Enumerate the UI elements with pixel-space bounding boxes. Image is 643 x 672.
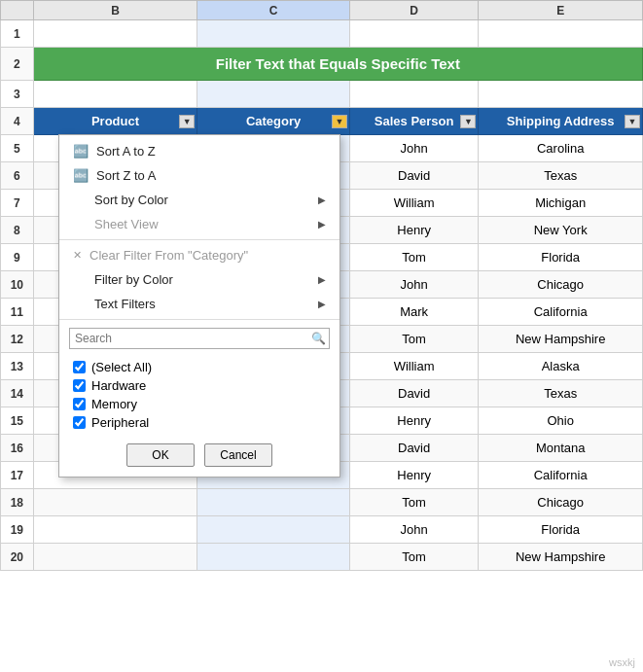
col-header-a [1, 1, 34, 20]
search-input[interactable] [69, 328, 330, 349]
cell-e18: Chicago [479, 489, 643, 516]
cell-e5: Carolina [479, 135, 643, 162]
text-filters-label: Text Filters [94, 297, 156, 311]
table-row: 19 John Florida [1, 516, 643, 544]
cell-d7: William [349, 190, 478, 217]
menu-sort-az[interactable]: 🔤 Sort A to Z [59, 139, 339, 163]
cell-c18 [197, 489, 350, 516]
header-shipping[interactable]: Shipping Address ▼ [479, 108, 643, 135]
filter-btn-shipping[interactable]: ▼ [625, 115, 640, 128]
row-3: 3 [1, 81, 643, 108]
col-header-d: D [349, 1, 478, 20]
menu-sort-za[interactable]: 🔤 Sort Z to A [59, 163, 339, 188]
arrow-icon-4: ▶ [318, 299, 326, 309]
search-wrap: 🔍 [69, 328, 330, 349]
sheet-view-label: Sheet View [94, 217, 159, 231]
row-num: 18 [1, 489, 34, 516]
cell-d3 [349, 81, 478, 108]
category-label: Category [246, 114, 301, 128]
cell-e7: Michigan [479, 190, 643, 217]
checkbox-input-memory[interactable] [73, 398, 86, 410]
cell-e14: Texas [479, 380, 643, 407]
checkbox-hardware[interactable]: Hardware [73, 376, 326, 395]
col-header-b: B [33, 1, 197, 20]
cell-d19: John [349, 516, 478, 544]
menu-sort-color[interactable]: Sort by Color ▶ [59, 188, 339, 212]
row-num-2: 2 [1, 48, 34, 81]
button-row: OK Cancel [59, 436, 339, 473]
cell-c3 [197, 81, 350, 108]
row-num: 7 [1, 190, 34, 217]
cell-d13: William [349, 353, 478, 380]
spreadsheet: B C D E 1 2 Filter Text that Equals Spec… [0, 0, 643, 672]
row-num: 9 [1, 244, 34, 271]
checkbox-label-select-all: (Select All) [91, 360, 152, 374]
product-label: Product [91, 114, 139, 128]
menu-filter-color[interactable]: Filter by Color ▶ [59, 267, 339, 292]
cell-e12: New Hampshire [479, 326, 643, 353]
cell-d1 [349, 20, 478, 48]
cell-e19: Florida [479, 516, 643, 544]
checkbox-memory[interactable]: Memory [73, 395, 326, 413]
checkbox-label-memory: Memory [91, 397, 137, 411]
search-icon: 🔍 [311, 332, 326, 345]
watermark: wsxkj [609, 656, 635, 668]
cell-d20: Tom [349, 544, 478, 571]
row-num: 10 [1, 271, 34, 299]
menu-text-filters[interactable]: Text Filters ▶ [59, 292, 339, 316]
checkbox-input-select-all[interactable] [73, 361, 86, 373]
cell-d14: David [349, 380, 478, 407]
cell-d11: Mark [349, 299, 478, 326]
header-category[interactable]: Category ▼ [197, 108, 350, 135]
checkbox-input-hardware[interactable] [73, 379, 86, 392]
sort-za-icon: 🔤 [73, 168, 89, 183]
filter-btn-product[interactable]: ▼ [179, 115, 195, 128]
checkbox-peripheral[interactable]: Peripheral [73, 413, 326, 432]
cell-d16: David [349, 435, 478, 462]
cell-c20 [197, 544, 350, 571]
cell-e6: Texas [479, 162, 643, 190]
header-salesperson[interactable]: Sales Person ▼ [349, 108, 478, 135]
col-header-c: C [197, 1, 350, 20]
separator-2 [59, 319, 339, 320]
row-num: 15 [1, 407, 34, 435]
arrow-icon-2: ▶ [318, 219, 326, 230]
cancel-button[interactable]: Cancel [204, 443, 272, 467]
cell-e13: Alaska [479, 353, 643, 380]
cell-e3 [479, 81, 643, 108]
col-header-e: E [479, 1, 643, 20]
search-row: 🔍 [59, 323, 339, 354]
row-num: 11 [1, 299, 34, 326]
cell-e11: California [479, 299, 643, 326]
cell-e17: California [479, 462, 643, 489]
row-num: 16 [1, 435, 34, 462]
table-row: 20 Tom New Hampshire [1, 544, 643, 571]
arrow-icon: ▶ [318, 195, 326, 205]
cell-e15: Ohio [479, 407, 643, 435]
row-num-1: 1 [1, 20, 34, 48]
cell-b3 [33, 81, 197, 108]
cell-d17: Henry [349, 462, 478, 489]
row-num-4: 4 [1, 108, 34, 135]
checkbox-select-all[interactable]: (Select All) [73, 358, 326, 376]
row-2: 2 Filter Text that Equals Specific Text [1, 48, 643, 81]
checkbox-label-peripheral: Peripheral [91, 415, 149, 430]
cell-d10: John [349, 271, 478, 299]
cell-d9: Tom [349, 244, 478, 271]
sort-color-label: Sort by Color [94, 193, 168, 207]
ok-button[interactable]: OK [126, 443, 195, 467]
clear-filter-label: Clear Filter From "Category" [89, 248, 248, 263]
header-product[interactable]: Product ▼ [33, 108, 197, 135]
cell-c1 [197, 20, 350, 48]
row-num: 5 [1, 135, 34, 162]
row-num: 17 [1, 462, 34, 489]
filter-btn-category[interactable]: ▼ [332, 115, 347, 128]
row-num: 8 [1, 217, 34, 244]
salesperson-label: Sales Person [375, 114, 454, 128]
filter-btn-salesperson[interactable]: ▼ [460, 115, 476, 128]
clear-filter-icon: ✕ [73, 249, 82, 262]
cell-e20: New Hampshire [479, 544, 643, 571]
checkbox-input-peripheral[interactable] [73, 416, 86, 429]
cell-d15: Henry [349, 407, 478, 435]
row-num: 13 [1, 353, 34, 380]
